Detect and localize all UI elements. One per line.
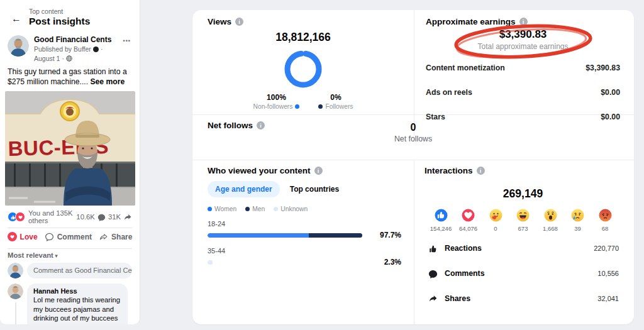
like-reaction: 154,246: [430, 209, 452, 232]
care-reaction-icon: [489, 209, 502, 222]
post-text: This guy turned a gas station into a $27…: [0, 67, 140, 87]
reaction-summary: You and 135K others 10.6K 31K: [0, 209, 140, 224]
care-reaction: 0: [484, 209, 507, 232]
thumb-icon: [428, 244, 438, 253]
earnings-row: Ads on reels$0.00: [426, 87, 620, 98]
women-bar-segment: [208, 233, 309, 238]
age-bar-35-44: 35-44 2.3%: [208, 247, 401, 267]
back-arrow-icon[interactable]: [10, 13, 23, 25]
audience-legend: Women Men Unknown: [208, 206, 401, 212]
bar-value: 2.3%: [369, 258, 401, 267]
comment-outline-icon: [45, 232, 54, 241]
net-follows-label: Net follows: [192, 135, 634, 143]
audience-title: Who viewed your content: [208, 166, 311, 175]
globe-icon: [66, 55, 72, 62]
sad-reaction-icon: [571, 209, 584, 222]
views-total: 18,812,166: [208, 31, 399, 44]
see-more-link[interactable]: See more: [90, 77, 125, 86]
comment-composer-input[interactable]: Comment as Good Financial Cents: [27, 263, 132, 278]
like-reaction-icon: [435, 209, 448, 222]
earnings-row: Content monetization$3,390.83: [426, 62, 620, 74]
angry-reaction: 68: [594, 209, 616, 232]
post-meta: Published by Buffer · August 1 ·: [34, 45, 116, 62]
wow-reaction: 1,668: [539, 209, 562, 232]
share-arrow-icon: [123, 213, 132, 221]
composer-avatar: [8, 263, 23, 278]
post-author-name[interactable]: Good Financial Cents: [34, 35, 116, 44]
net-follows-info-icon[interactable]: [257, 121, 265, 129]
earnings-total: $3,390.83: [426, 28, 620, 41]
angry-reaction-icon: [599, 209, 612, 222]
comment-item: Hannah Hess Lol me reading this wearing …: [0, 283, 140, 324]
comment-count[interactable]: 10.6K: [76, 213, 95, 221]
wow-reaction-icon: [544, 209, 557, 222]
men-bar-segment: [309, 233, 362, 238]
interactions-section: Interactions 269,149 154,246: [414, 160, 634, 324]
age-bar-18-24: 18-24 97.7%: [208, 220, 401, 239]
views-donut-chart: [284, 50, 323, 89]
bar-value: 97.7%: [369, 231, 401, 239]
comment-button[interactable]: Comment: [45, 232, 92, 241]
speech-bubble-icon: [428, 269, 438, 278]
post-preview-sidebar: Top content Post insights Good Financial…: [0, 0, 140, 324]
divider: [8, 248, 132, 249]
post-photo[interactable]: BUC-EE'S: [5, 91, 135, 206]
followers-stat: 0% Followers: [318, 93, 353, 110]
men-dot-icon: [245, 207, 250, 211]
commenter-name[interactable]: Hannah Hess: [33, 287, 121, 295]
buffer-badge-icon: [93, 47, 99, 52]
reaction-breakdown: 154,246 64,076: [425, 209, 621, 232]
comment-bubble-icon: [97, 213, 106, 221]
interactions-total: 269,149: [425, 187, 621, 201]
shares-row: Shares 32,041: [428, 293, 619, 304]
reactions-row: Reactions 220,770: [428, 243, 619, 254]
share-button[interactable]: Share: [99, 233, 132, 241]
insights-panel: Views 18,812,166 100% Non-followers 0%: [192, 10, 634, 324]
unknown-dot-icon: [274, 207, 278, 211]
sidebar-header: Top content Post insights: [0, 8, 140, 27]
net-follows-title: Net follows: [208, 121, 253, 130]
comment-bubble: Hannah Hess Lol me reading this wearing …: [27, 283, 128, 324]
post-more-icon[interactable]: [123, 38, 131, 44]
share-filled-icon: [428, 294, 438, 303]
haha-reaction-icon: [516, 209, 530, 222]
bar-track: [208, 233, 369, 238]
love-reaction-icon: [462, 209, 475, 222]
earnings-info-icon[interactable]: [519, 18, 528, 26]
breadcrumb: Top content: [29, 8, 90, 15]
post-insights-page: Top content Post insights Good Financial…: [0, 0, 644, 330]
women-dot-icon: [208, 207, 212, 211]
author-avatar[interactable]: [8, 35, 29, 57]
tab-top-countries[interactable]: Top countries: [290, 185, 339, 194]
earnings-subtitle: Total approximate earnings: [426, 42, 620, 51]
comments-row: Comments 10,556: [428, 268, 619, 279]
comment-text: Lol me reading this wearing my buccees p…: [33, 295, 121, 324]
nonfollowers-stat: 100% Non-followers: [253, 93, 299, 110]
views-info-icon[interactable]: [235, 18, 243, 26]
unknown-bar-segment: [208, 260, 213, 265]
commenter-avatar[interactable]: [8, 283, 23, 299]
love-icon: [8, 232, 17, 241]
love-reaction: 64,076: [457, 209, 480, 232]
liked-by-text[interactable]: You and 135K others: [28, 209, 76, 224]
earnings-title: Approximate earnings: [426, 17, 516, 26]
tab-age-and-gender[interactable]: Age and gender: [208, 181, 280, 197]
sort-dropdown[interactable]: Most relevant: [0, 251, 140, 259]
share-count[interactable]: 31K: [108, 213, 121, 221]
nonfollowers-dot-icon: [295, 104, 299, 109]
audience-info-icon[interactable]: [314, 167, 323, 175]
haha-reaction: 673: [512, 209, 535, 232]
thread-line: [15, 302, 16, 324]
bar-track: [208, 260, 369, 265]
views-title: Views: [208, 17, 231, 26]
audience-section: Who viewed your content Age and gender T…: [192, 160, 414, 324]
sad-reaction: 39: [567, 209, 589, 232]
followers-dot-icon: [318, 104, 323, 109]
post-action-bar: Love Comment Share: [0, 228, 140, 245]
interactions-info-icon[interactable]: [477, 167, 485, 175]
comment-composer: Comment as Good Financial Cents: [0, 263, 140, 278]
share-outline-icon: [99, 233, 108, 241]
love-button[interactable]: Love: [8, 232, 38, 241]
love-summary-icon: [15, 212, 25, 222]
page-title: Post insights: [29, 16, 90, 27]
